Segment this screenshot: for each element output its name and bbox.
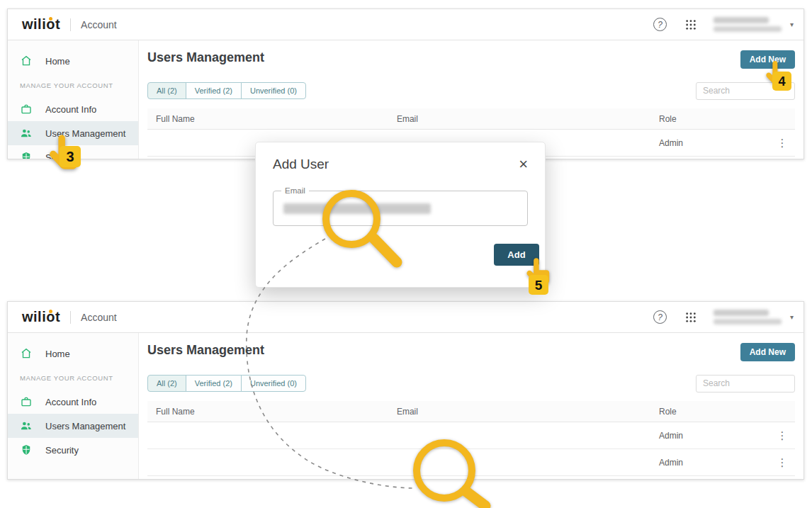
column-header-role: Role [659,407,769,417]
help-glyph: ? [658,20,662,30]
divider [70,311,71,324]
kebab-menu-icon[interactable]: ⋮ [769,430,795,441]
email-field-label: Email [281,186,309,195]
sidebar-section-label: MANAGE YOUR ACCOUNT [8,73,138,97]
sidebar-item-label: Account Info [45,104,96,115]
tutorial-page: wiliot Account ? ▾ Home MANAGE YO [0,0,812,508]
redacted-email-value [283,203,431,214]
sidebar-item-users-management[interactable]: Users Management [8,121,138,145]
column-header-email: Email [397,407,659,417]
help-icon[interactable]: ? [653,18,667,31]
logo-dot-icon [49,310,52,313]
users-icon [20,419,33,432]
chevron-down-icon[interactable]: ▾ [790,21,794,28]
shield-icon [20,444,33,456]
role-value: Admin [659,458,769,468]
add-new-button[interactable]: Add New [740,50,795,69]
briefcase-icon [20,103,33,115]
users-icon [20,127,33,140]
chevron-down-icon[interactable]: ▾ [790,313,794,321]
sidebar-item-label: Security [45,445,79,456]
redacted-user-name [714,310,769,316]
user-menu[interactable] [714,310,783,324]
table-header: Full Name Email Role [147,401,795,422]
table-row: Admin ⋮ [147,449,795,476]
sidebar-item-label: Users Management [45,128,125,139]
sidebar-item-label: Home [45,349,70,359]
sidebar-item-home[interactable]: Home [8,49,138,73]
logo-text: wiliot [22,309,60,324]
tab-unverified[interactable]: Unverified (0) [241,82,306,99]
add-new-button[interactable]: Add New [740,343,795,361]
search-input[interactable] [696,375,795,393]
sidebar-item-home[interactable]: Home [8,342,138,366]
tab-all[interactable]: All (2) [147,375,186,392]
tab-unverified[interactable]: Unverified (0) [241,375,306,392]
sidebar-item-account-info[interactable]: Account Info [8,390,138,414]
wiliot-logo: wiliot [22,16,60,33]
sidebar-item-security[interactable]: Security [8,438,138,462]
sidebar-item-label: Security [45,152,79,160]
sidebar-item-account-info[interactable]: Account Info [8,97,138,121]
home-icon [20,347,33,360]
screenshot-2: wiliot Account ? ▾ Home MANAGE YO [7,301,804,480]
filter-tab-group: All (2) Verified (2) Unverified (0) [147,82,306,99]
sidebar-item-label: Account Info [45,397,96,407]
page-title: Users Management [147,343,264,358]
role-value: Admin [659,138,769,148]
table-header: Full Name Email Role [147,108,795,130]
add-user-modal: Add User × Email Add [255,142,546,288]
column-header-role: Role [659,114,769,124]
role-value: Admin [659,431,769,441]
add-button[interactable]: Add [494,244,539,266]
redacted-user-email [714,319,782,324]
email-field[interactable]: Email [273,191,528,226]
kebab-menu-icon[interactable]: ⋮ [769,137,795,148]
column-header-full-name: Full Name [147,114,397,124]
divider [70,18,71,31]
app-bar: wiliot Account ? ▾ [8,9,803,40]
sidebar-item-label: Users Management [45,421,125,431]
tab-verified[interactable]: Verified (2) [186,82,242,99]
main-content: Users Management Add New All (2) Verifie… [139,333,803,479]
sidebar-item-security[interactable]: Security [8,145,138,159]
sidebar: Home MANAGE YOUR ACCOUNT Account Info Us… [8,40,139,159]
search-input[interactable] [696,82,795,100]
column-header-email: Email [397,114,659,124]
main-content: Users Management Add New All (2) Verifie… [139,40,803,159]
table-row: Admin ⋮ [147,422,795,449]
page-title: Users Management [147,50,264,65]
briefcase-icon [20,395,33,408]
tab-verified[interactable]: Verified (2) [186,375,242,392]
logo-dot-icon [49,17,52,21]
filter-tab-group: All (2) Verified (2) Unverified (0) [147,375,306,392]
user-menu[interactable] [714,17,783,32]
sidebar-item-users-management[interactable]: Users Management [8,414,138,438]
users-table: Full Name Email Role Admin ⋮ Ad [147,401,795,476]
kebab-menu-icon[interactable]: ⋮ [769,457,795,468]
apps-grid-icon[interactable] [685,312,697,323]
wiliot-logo: wiliot [22,309,60,325]
logo-text: wiliot [22,16,60,32]
redacted-user-email [714,26,782,32]
app-bar: wiliot Account ? ▾ [8,302,803,333]
sidebar-item-label: Home [45,56,70,67]
help-glyph: ? [658,312,662,322]
modal-title: Add User [273,157,329,172]
sidebar: Home MANAGE YOUR ACCOUNT Account Info Us… [8,333,139,479]
screenshot-1: wiliot Account ? ▾ Home MANAGE YO [7,9,804,159]
apps-grid-icon[interactable] [685,19,697,30]
product-name: Account [81,312,117,323]
shield-icon [20,151,33,159]
close-icon[interactable]: × [519,157,528,172]
sidebar-section-label: MANAGE YOUR ACCOUNT [8,366,138,390]
home-icon [20,55,33,67]
product-name: Account [81,19,117,30]
redacted-user-name [714,17,769,23]
column-header-full-name: Full Name [147,407,397,417]
tab-all[interactable]: All (2) [147,82,186,99]
help-icon[interactable]: ? [653,310,667,324]
